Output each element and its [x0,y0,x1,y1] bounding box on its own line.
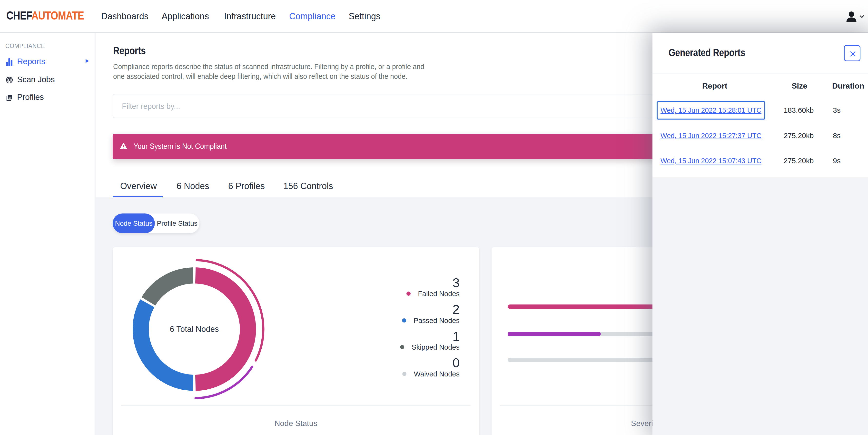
svg-text:6 Total Nodes: 6 Total Nodes [170,324,219,334]
